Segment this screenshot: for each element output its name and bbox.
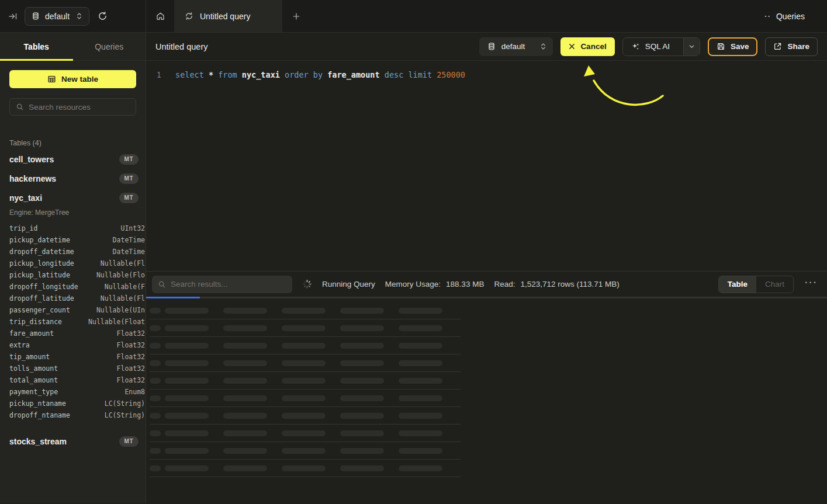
sparkles-icon [631,42,640,51]
column-row: pickup_ntanameLC(String) [9,398,146,409]
loading-row [150,319,461,337]
column-row: dropoff_datetimeDateTime [9,246,146,258]
home-tab[interactable] [146,0,174,32]
sql-ai-main[interactable]: SQL AI [623,38,678,55]
database-icon [32,12,40,20]
engine-badge: MT [119,154,139,165]
sql-ai-dropdown[interactable] [683,38,700,55]
engine-label: Engine: MergeTree [0,207,146,221]
sql-statement: select * from nyc_taxi order by fare_amo… [175,69,465,81]
column-row: payment_typeEnum8 [9,386,146,398]
results-toolbar: Running Query Memory Usage: 188.33 MB Re… [146,271,827,297]
new-tab-button[interactable] [282,0,310,32]
loading-skeleton [150,302,827,477]
new-table-button[interactable]: New table [9,70,136,88]
main-panel: Untitled query default Cancel [146,33,827,503]
loading-row [150,442,461,460]
sidebar-content: New table [0,61,146,125]
column-row: trip_idUInt32 [9,223,146,234]
engine-badge: MT [119,173,139,184]
column-row: trip_distanceNullable(Float [9,316,146,328]
refresh-icon[interactable] [98,11,108,21]
table-item-nyc_taxi[interactable]: nyc_taxiMT [0,188,146,207]
share-button[interactable]: Share [765,37,818,56]
line-number: 1 [146,69,161,81]
save-label: Save [731,42,749,51]
sql-ai-label: SQL AI [645,42,670,51]
column-row: dropoff_ntanameLC(String) [9,409,146,421]
query-status: Running Query [322,280,375,289]
column-row: total_amountFloat32 [9,374,146,386]
loading-row [150,354,461,372]
database-selector-query[interactable]: default [479,37,553,56]
sql-ai-button[interactable]: SQL AI [622,37,700,56]
column-row: extraFloat32 [9,339,146,351]
column-row: pickup_longitudeNullable(Fl [9,258,146,269]
table-name: hackernews [9,174,56,183]
loading-row [150,407,461,425]
resource-search[interactable] [9,98,136,116]
read-value: 1,523,712 rows (113.71 MB) [520,280,619,289]
memory-usage-stat: Memory Usage: 188.33 MB [385,280,485,289]
database-selector-value: default [45,12,70,21]
memory-usage-value: 188.33 MB [446,280,484,289]
resource-search-input[interactable] [29,103,130,112]
loading-row [150,372,461,390]
cancel-button[interactable]: Cancel [560,37,614,56]
query-title: Untitled query [155,42,207,51]
table-item-stocks_stream[interactable]: stocks_streamMT [0,432,146,451]
collapse-sidebar-icon[interactable] [8,12,18,21]
sidebar-tabs: Tables Queries [0,33,146,61]
results-search-input[interactable] [171,280,286,289]
chevron-up-down-icon [76,12,82,20]
table-item-hackernews[interactable]: hackernewsMT [0,169,146,188]
cancel-label: Cancel [580,42,606,51]
chevron-up-down-icon [540,43,546,50]
sidebar-tab-tables[interactable]: Tables [0,33,73,60]
more-menu-icon[interactable]: ··· [804,277,821,291]
loading-row [150,390,461,407]
topbar-left: default [0,0,146,32]
search-icon [158,280,166,289]
annotation-arrow [146,61,827,271]
close-icon [569,43,575,50]
tables-list: cell_towersMThackernewsMTnyc_taxiMTEngin… [0,150,146,451]
search-icon [16,103,24,111]
column-row: fare_amountFloat32 [9,328,146,339]
view-toggle-table[interactable]: Table [719,276,756,293]
home-icon [155,11,165,21]
view-toggle-chart[interactable]: Chart [756,276,793,293]
table-name: nyc_taxi [9,193,42,203]
queries-link[interactable]: ·· Queries [764,0,805,32]
sidebar-tab-queries[interactable]: Queries [73,33,146,60]
column-row: pickup_datetimeDateTime [9,234,146,246]
header-actions: default Cancel SQL A [479,37,818,56]
database-selector-value: default [501,42,525,51]
table-name: stocks_stream [9,437,67,446]
sql-editor[interactable]: 1 select * from nyc_taxi order by fare_a… [146,61,827,271]
column-row: passenger_countNullable(UIn [9,304,146,316]
database-selector-top[interactable]: default [25,7,89,26]
database-icon [487,42,496,51]
column-row: tolls_amountFloat32 [9,363,146,374]
engine-badge: MT [119,436,139,447]
plus-icon [292,12,300,20]
column-row: dropoff_latitudeNullable(Fl [9,293,146,304]
table-item-cell_towers[interactable]: cell_towersMT [0,150,146,169]
column-row: dropoff_longitudeNullable(F [9,281,146,293]
share-label: Share [787,42,809,51]
read-label: Read: [494,280,515,289]
column-row: tip_amountFloat32 [9,351,146,363]
top-bar: default Untitled query ·· Q [0,0,827,33]
engine-badge: MT [119,193,139,203]
code-line: 1 select * from nyc_taxi order by fare_a… [146,69,827,81]
tab-untitled-query[interactable]: Untitled query [174,0,282,32]
queries-link-label: Queries [776,12,805,21]
table-icon [47,75,56,84]
save-icon [717,42,725,51]
save-button[interactable]: Save [708,37,758,56]
tab-strip: Untitled query ·· Queries [146,0,827,32]
loading-row [150,460,461,477]
results-search[interactable] [152,276,292,293]
column-row: pickup_latitudeNullable(Flo [9,269,146,281]
